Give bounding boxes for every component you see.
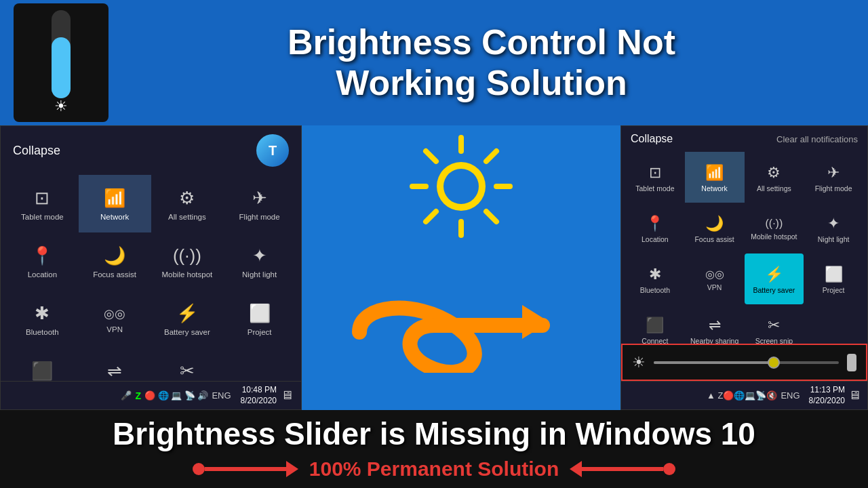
title-line2: Working Solution bbox=[336, 63, 627, 102]
screen-snip-icon: ✂ bbox=[180, 361, 195, 382]
r-project-icon: ⬜ bbox=[825, 266, 843, 283]
right-btn-tablet-mode[interactable]: ⊡ Tablet mode bbox=[625, 152, 685, 203]
r-location-icon: 📍 bbox=[646, 215, 664, 232]
r-bluetooth-icon: ✱ bbox=[649, 266, 661, 283]
vpn-label: VPN bbox=[106, 325, 123, 335]
left-quick-actions-grid: ⊡ Tablet mode 📶 Network ⚙ All settings ✈… bbox=[1, 175, 301, 405]
left-panel-header: Collapse T bbox=[1, 126, 301, 175]
r-tablet-mode-icon: ⊡ bbox=[649, 164, 661, 182]
r-monitor-icon: 🖥 bbox=[848, 388, 861, 403]
main-title: Brightness Control Not Working Solution bbox=[108, 22, 854, 104]
r-connect-icon: ⬛ bbox=[646, 317, 664, 334]
flight-mode-icon: ✈ bbox=[252, 188, 267, 209]
right-action-center: Collapse Clear all notifications ⊡ Table… bbox=[620, 125, 868, 410]
right-btn-network[interactable]: 📶 Network bbox=[685, 152, 745, 203]
task-icons: 🔴 🌐 💻 📡 🔊 bbox=[144, 390, 208, 401]
left-arrow-line bbox=[205, 467, 286, 471]
right-collapse-label: Collapse bbox=[631, 133, 673, 145]
bottom-bar: Brightness Slider is Missing in Windows … bbox=[0, 410, 868, 488]
brightness-slider-row: ☀ bbox=[621, 344, 867, 381]
r-all-settings-icon: ⚙ bbox=[767, 164, 781, 182]
mic-icon: 🎤 bbox=[121, 390, 132, 401]
right-btn-focus-assist[interactable]: 🌙 Focus assist bbox=[685, 203, 745, 253]
left-time: 10:48 PM bbox=[241, 385, 277, 396]
right-taskbar-icons: ▲ Z🔴🌐💻📡🔇 ENG bbox=[707, 390, 800, 401]
left-btn-location[interactable]: 📍 Location bbox=[6, 232, 79, 290]
r-lang-label: ENG bbox=[781, 390, 800, 401]
r-focus-assist-label: Focus assist bbox=[694, 235, 734, 243]
brightness-slider-track[interactable] bbox=[654, 361, 839, 364]
r-mobile-hotspot-icon: ((·)) bbox=[765, 218, 783, 230]
svg-line-6 bbox=[486, 151, 496, 161]
left-btn-flight-mode[interactable]: ✈ Flight mode bbox=[223, 175, 296, 232]
vpn-icon: ◎◎ bbox=[104, 306, 125, 321]
right-btn-all-settings[interactable]: ⚙ All settings bbox=[745, 152, 804, 203]
r-tablet-mode-label: Tablet mode bbox=[635, 184, 674, 192]
mobile-hotspot-icon: ((·)) bbox=[173, 245, 201, 266]
r-vpn-icon: ◎◎ bbox=[705, 268, 724, 281]
nearby-sharing-icon: ⇌ bbox=[107, 361, 122, 382]
right-btn-flight-mode[interactable]: ✈ Flight mode bbox=[804, 152, 863, 203]
right-time: 11:13 PM bbox=[809, 385, 845, 396]
right-dot bbox=[663, 463, 675, 475]
left-btn-battery-saver[interactable]: ⚡ Battery saver bbox=[151, 290, 224, 348]
right-arrowhead bbox=[570, 461, 582, 477]
right-btn-project[interactable]: ⬜ Project bbox=[804, 253, 863, 304]
brightness-slider-thumb[interactable] bbox=[768, 357, 780, 369]
r-network-label: Network bbox=[701, 184, 728, 192]
right-btn-battery-saver[interactable]: ⚡ Battery saver bbox=[745, 253, 804, 304]
r-battery-saver-icon: ⚡ bbox=[765, 266, 783, 283]
r-night-light-label: Night light bbox=[818, 235, 850, 243]
svg-line-7 bbox=[426, 211, 436, 222]
middle-area: Collapse T ⊡ Tablet mode 📶 Network ⚙ All… bbox=[0, 125, 868, 410]
left-btn-tablet-mode[interactable]: ⊡ Tablet mode bbox=[6, 175, 79, 232]
mobile-hotspot-label: Mobile hotspot bbox=[161, 270, 212, 280]
right-btn-location[interactable]: 📍 Location bbox=[625, 203, 685, 253]
left-btn-night-light[interactable]: ✦ Night light bbox=[223, 232, 296, 290]
focus-assist-label: Focus assist bbox=[93, 270, 136, 280]
sun-svg bbox=[407, 132, 515, 241]
right-btn-vpn[interactable]: ◎◎ VPN bbox=[685, 253, 745, 304]
connect-icon: ⬛ bbox=[31, 361, 53, 382]
right-date: 8/20/2020 bbox=[809, 396, 845, 407]
project-icon: ⬜ bbox=[249, 303, 271, 324]
r-flight-mode-icon: ✈ bbox=[827, 164, 840, 182]
focus-assist-icon: 🌙 bbox=[104, 245, 125, 266]
left-btn-mobile-hotspot[interactable]: ((·)) Mobile hotspot bbox=[151, 232, 224, 290]
bottom-subtitle: 100% Permanent Solution bbox=[0, 455, 868, 483]
right-btn-bluetooth[interactable]: ✱ Bluetooth bbox=[625, 253, 685, 304]
r-vpn-label: VPN bbox=[707, 283, 722, 291]
left-dot bbox=[193, 463, 205, 475]
brightness-sun-icon: ☀ bbox=[54, 98, 68, 115]
r-nearby-sharing-icon: ⇌ bbox=[709, 317, 721, 334]
left-btn-focus-assist[interactable]: 🌙 Focus assist bbox=[79, 232, 151, 290]
brightness-bar-fill bbox=[52, 37, 71, 98]
avatar: T bbox=[256, 134, 289, 167]
right-taskbar-time: 11:13 PM 8/20/2020 bbox=[809, 385, 845, 406]
monitor-icon: 🖥 bbox=[281, 388, 293, 403]
svg-line-4 bbox=[426, 151, 436, 161]
right-arrow-line bbox=[582, 467, 663, 471]
right-btn-night-light[interactable]: ✦ Night light bbox=[804, 203, 863, 253]
right-taskbar: ▲ Z🔴🌐💻📡🔇 ENG 11:13 PM 8/20/2020 🖥 bbox=[621, 381, 867, 409]
r-mobile-hotspot-label: Mobile hotspot bbox=[751, 232, 797, 241]
left-taskbar: 🎤 Z 🔴 🌐 💻 📡 🔊 ENG 10:48 PM 8/20/2020 🖥 bbox=[1, 381, 301, 409]
right-quick-actions-grid: ⊡ Tablet mode 📶 Network ⚙ All settings ✈… bbox=[621, 152, 867, 355]
bluetooth-label: Bluetooth bbox=[26, 328, 59, 338]
left-date: 8/20/2020 bbox=[241, 396, 277, 407]
left-btn-vpn[interactable]: ◎◎ VPN bbox=[79, 290, 151, 348]
right-panel-header: Collapse Clear all notifications bbox=[621, 126, 867, 152]
left-btn-bluetooth[interactable]: ✱ Bluetooth bbox=[6, 290, 79, 348]
right-btn-mobile-hotspot[interactable]: ((·)) Mobile hotspot bbox=[745, 203, 804, 253]
brightness-slider-fill bbox=[654, 361, 774, 364]
left-taskbar-icons: 🎤 Z 🔴 🌐 💻 📡 🔊 ENG bbox=[121, 390, 231, 401]
arrow-right bbox=[570, 461, 675, 477]
left-btn-all-settings[interactable]: ⚙ All settings bbox=[151, 175, 224, 232]
left-btn-project[interactable]: ⬜ Project bbox=[223, 290, 296, 348]
left-btn-network[interactable]: 📶 Network bbox=[79, 175, 151, 232]
location-icon: 📍 bbox=[31, 245, 53, 266]
network-icon: 📶 bbox=[104, 188, 125, 209]
bluetooth-icon: ✱ bbox=[35, 303, 50, 324]
sun-graphic bbox=[407, 132, 515, 243]
left-arrowhead bbox=[286, 461, 298, 477]
